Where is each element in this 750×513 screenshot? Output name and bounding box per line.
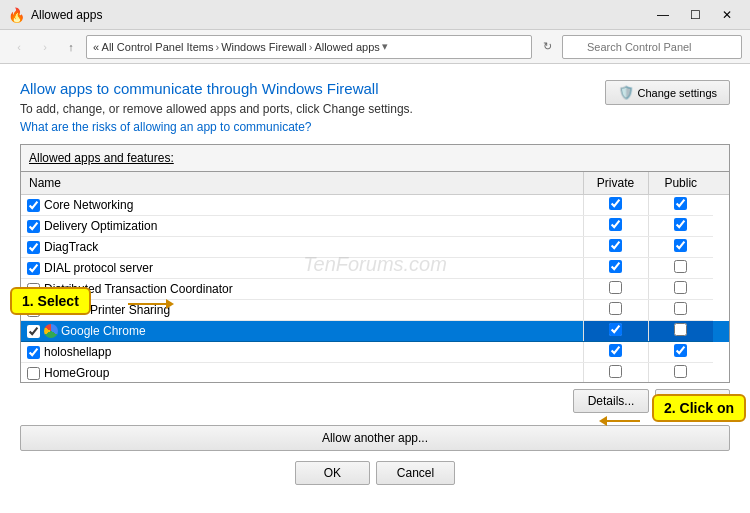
app-checkbox-private[interactable] [609, 323, 622, 336]
close-button[interactable]: ✕ [712, 5, 742, 25]
allow-another-button[interactable]: Allow another app... [20, 425, 730, 451]
app-checkbox-name[interactable] [27, 367, 40, 380]
annotation-arrow-2 [605, 420, 640, 422]
search-wrapper: 🔍 [562, 35, 742, 59]
apps-table: Name Private Public Core NetworkingDeliv… [21, 172, 729, 382]
app-name-label: DiagTrack [44, 240, 98, 254]
details-button[interactable]: Details... [573, 389, 650, 413]
ok-cancel-row: OK Cancel [20, 461, 730, 485]
app-name-label: Delivery Optimization [44, 219, 157, 233]
app-checkbox-private[interactable] [609, 218, 622, 231]
breadcrumb-part-3: Allowed apps [314, 41, 379, 53]
cancel-button[interactable]: Cancel [376, 461, 455, 485]
table-row[interactable]: Delivery Optimization [21, 216, 729, 237]
details-remove-row: Details... Remove [20, 389, 730, 413]
risks-link[interactable]: What are the risks of allowing an app to… [20, 120, 311, 134]
search-input[interactable] [562, 35, 742, 59]
app-checkbox-public[interactable] [674, 365, 687, 378]
annotation-arrow-1 [128, 303, 168, 305]
change-settings-button[interactable]: 🛡️ Change settings [605, 80, 731, 105]
app-checkbox-public[interactable] [674, 260, 687, 273]
app-checkbox-private[interactable] [609, 344, 622, 357]
app-checkbox-private[interactable] [609, 365, 622, 378]
allowed-apps-box: Allowed apps and features: TenForums.com… [20, 144, 730, 383]
app-checkbox-public[interactable] [674, 197, 687, 210]
ok-button[interactable]: OK [295, 461, 370, 485]
app-checkbox-public[interactable] [674, 218, 687, 231]
table-row[interactable]: HomeGroup [21, 363, 729, 383]
maximize-button[interactable]: ☐ [680, 5, 710, 25]
title-bar: 🔥 Allowed apps — ☐ ✕ [0, 0, 750, 30]
app-checkbox-name[interactable] [27, 199, 40, 212]
app-checkbox-name[interactable] [27, 262, 40, 275]
col-header-private: Private [583, 172, 648, 195]
app-name-label: DIAL protocol server [44, 261, 153, 275]
window-icon: 🔥 [8, 7, 25, 23]
address-input[interactable]: « All Control Panel Items › Windows Fire… [86, 35, 532, 59]
app-checkbox-private[interactable] [609, 260, 622, 273]
forward-button[interactable]: › [34, 36, 56, 58]
breadcrumb-part-2: Windows Firewall [221, 41, 307, 53]
window-controls: — ☐ ✕ [648, 5, 742, 25]
col-header-public: Public [648, 172, 713, 195]
app-name-label: Core Networking [44, 198, 133, 212]
app-checkbox-private[interactable] [609, 197, 622, 210]
address-dropdown-icon[interactable]: ▾ [382, 40, 388, 53]
app-checkbox-name[interactable] [27, 346, 40, 359]
breadcrumb-part-1: « All Control Panel Items [93, 41, 213, 53]
app-checkbox-public[interactable] [674, 239, 687, 252]
apps-table-wrapper[interactable]: Name Private Public Core NetworkingDeliv… [21, 172, 729, 382]
table-row[interactable]: Distributed Transaction Coordinator [21, 279, 729, 300]
app-checkbox-private[interactable] [609, 239, 622, 252]
table-row[interactable]: DIAL protocol server [21, 258, 729, 279]
app-checkbox-public[interactable] [674, 302, 687, 315]
app-checkbox-name[interactable] [27, 220, 40, 233]
refresh-button[interactable]: ↻ [536, 36, 558, 58]
minimize-button[interactable]: — [648, 5, 678, 25]
table-row[interactable]: Google Chrome [21, 321, 729, 342]
app-name-label: HomeGroup [44, 366, 109, 380]
allowed-apps-title: Allowed apps and features: [21, 145, 729, 172]
app-checkbox-public[interactable] [674, 281, 687, 294]
window-title: Allowed apps [31, 8, 648, 22]
annotation-step2: 2. Click on [652, 394, 746, 422]
app-checkbox-private[interactable] [609, 281, 622, 294]
app-checkbox-name[interactable] [27, 325, 40, 338]
app-name-label: holoshellapp [44, 345, 111, 359]
up-button[interactable]: ↑ [60, 36, 82, 58]
app-checkbox-public[interactable] [674, 323, 687, 336]
app-name-label: Google Chrome [61, 324, 146, 338]
table-row[interactable]: DiagTrack [21, 237, 729, 258]
app-checkbox-name[interactable] [27, 241, 40, 254]
allow-another-row: Allow another app... [20, 419, 730, 451]
annotation-step1: 1. Select [10, 287, 91, 315]
app-checkbox-public[interactable] [674, 344, 687, 357]
col-header-name: Name [21, 172, 583, 195]
back-button[interactable]: ‹ [8, 36, 30, 58]
shield-icon: 🛡️ [618, 85, 634, 100]
table-row[interactable]: Core Networking [21, 195, 729, 216]
chrome-icon [44, 324, 58, 338]
app-checkbox-private[interactable] [609, 302, 622, 315]
address-bar: ‹ › ↑ « All Control Panel Items › Window… [0, 30, 750, 64]
table-row[interactable]: holoshellapp [21, 342, 729, 363]
col-header-scroll [713, 172, 729, 195]
